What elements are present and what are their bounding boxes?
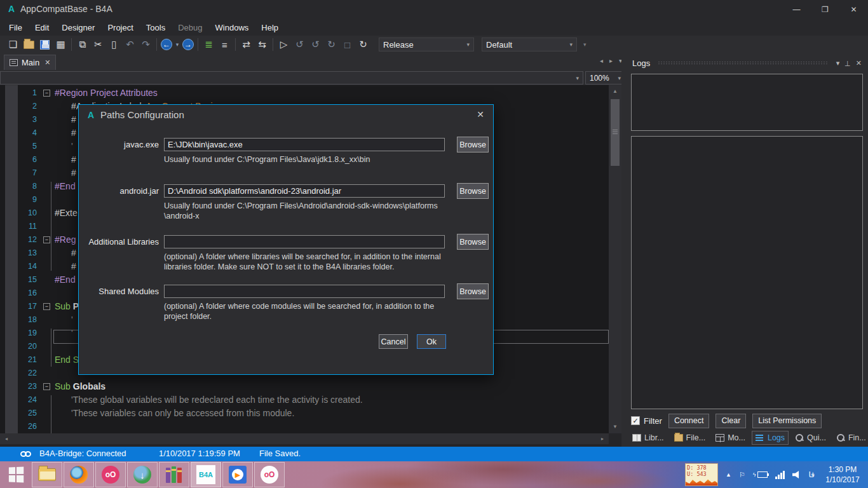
scroll-tabs-left-icon[interactable]: ◂ — [600, 57, 603, 64]
network-signal-icon[interactable] — [775, 471, 785, 479]
minimize-button-icon[interactable]: — — [782, 0, 811, 19]
stop-icon[interactable]: □ — [339, 37, 355, 52]
tab-modules[interactable]: Mo... — [712, 431, 749, 445]
build-configuration-select[interactable]: Release ▾ — [379, 37, 474, 51]
taskbar-b4a-app[interactable]: B4A — [191, 462, 221, 487]
fold-collapse-icon[interactable]: − — [43, 383, 50, 390]
save-all-icon[interactable]: ▦ — [53, 37, 69, 52]
menu-project[interactable]: Project — [101, 20, 139, 35]
new-file-icon[interactable]: ❏ — [5, 37, 21, 52]
browse-button[interactable]: Browse — [457, 283, 489, 299]
menu-designer[interactable]: Designer — [55, 20, 101, 35]
zoom-select[interactable]: 100% ▾ — [585, 71, 625, 85]
tab-files[interactable]: File... — [670, 431, 710, 445]
compile-icon[interactable]: ↻ — [355, 37, 371, 52]
scroll-left-icon[interactable]: ◂ — [1, 433, 11, 444]
browse-button[interactable]: Browse — [457, 137, 489, 152]
volume-icon[interactable] — [792, 471, 801, 478]
code-text: #End — [55, 273, 76, 287]
navigate-forward-icon[interactable]: → — [181, 37, 195, 52]
dialog-close-icon[interactable]: ✕ — [477, 109, 484, 119]
list-permissions-button[interactable]: List Permissions — [752, 414, 822, 428]
fold-slot — [43, 113, 55, 126]
panel-splitter[interactable] — [621, 53, 626, 447]
paste-icon[interactable]: ▯ — [106, 37, 122, 52]
menu-windows[interactable]: Windows — [209, 20, 255, 35]
ok-button[interactable]: Ok — [417, 334, 446, 349]
taskbar-flickr[interactable]: oO — [95, 462, 126, 487]
start-button[interactable] — [0, 461, 32, 488]
back-caret-icon[interactable]: ▾ — [173, 37, 181, 52]
cancel-button[interactable]: Cancel — [379, 334, 408, 349]
fold-collapse-icon[interactable]: − — [43, 236, 50, 243]
tab-close-icon[interactable]: ✕ — [44, 58, 50, 67]
tray-time: 1:30 PM — [822, 464, 863, 475]
fold-collapse-icon[interactable]: − — [43, 90, 50, 97]
tab-main[interactable]: Main ✕ — [4, 55, 56, 70]
maximize-button-icon[interactable]: ❐ — [811, 0, 839, 19]
power-icon[interactable]: ϟ — [753, 471, 768, 478]
undo-icon[interactable]: ↶ — [122, 37, 138, 52]
menu-tools[interactable]: Tools — [140, 20, 172, 35]
browse-button[interactable]: Browse — [457, 234, 489, 250]
field-input-3[interactable] — [164, 285, 445, 298]
field-input-2[interactable] — [164, 235, 445, 248]
tab-quick-search[interactable]: Qui... — [791, 431, 830, 445]
taskbar-idm[interactable]: ↓ — [127, 462, 158, 487]
save-icon[interactable] — [37, 37, 53, 52]
copy-icon[interactable]: ⧉ — [74, 37, 90, 52]
pin-icon[interactable]: ⊤ — [844, 59, 851, 67]
show-hidden-icons[interactable]: ▲ — [726, 471, 731, 478]
action-center-flag-icon[interactable]: ⚐ — [739, 471, 745, 479]
taskbar-file-explorer[interactable] — [32, 462, 62, 487]
toolbar-overflow-icon[interactable]: ▾ — [583, 41, 587, 48]
language-indicator[interactable]: فا — [809, 470, 815, 479]
scroll-tabs-right-icon[interactable]: ▸ — [609, 57, 613, 64]
tab-logs[interactable]: Logs — [752, 431, 789, 445]
taskbar-firefox[interactable] — [64, 462, 94, 487]
connect-bridge-icon[interactable]: ↺ — [308, 37, 323, 52]
connect-button[interactable]: Connect — [668, 414, 710, 428]
network-meter-widget[interactable]: D: 378 U: 543 — [685, 463, 718, 486]
horizontal-scrollbar[interactable]: ◂ ▸ — [0, 433, 609, 444]
navigate-back-icon[interactable]: ← — [159, 37, 173, 52]
menu-edit[interactable]: Edit — [29, 20, 55, 35]
open-file-icon[interactable] — [21, 37, 37, 52]
taskbar-winrar[interactable] — [159, 462, 189, 487]
scrollbar-thumb[interactable] — [611, 99, 620, 166]
taskbar-media-player[interactable]: ▶ — [222, 462, 253, 487]
filter-configuration-select[interactable]: Default ▾ — [482, 37, 577, 51]
redo-icon[interactable]: ↷ — [138, 37, 154, 52]
indent-icon[interactable]: ≣ — [201, 37, 217, 52]
cut-icon[interactable]: ✂ — [90, 37, 106, 52]
filter-checkbox[interactable]: ✓ — [631, 416, 640, 425]
clear-button[interactable]: Clear — [715, 414, 746, 428]
scroll-right-icon[interactable]: ▸ — [597, 433, 607, 444]
play-icon: ▶ — [232, 469, 243, 480]
panel-position-icon[interactable]: ▾ — [836, 59, 840, 67]
tab-libraries[interactable]: Libr... — [628, 431, 668, 445]
comment-icon[interactable]: ≡ — [217, 37, 233, 52]
menu-file[interactable]: File — [3, 20, 29, 35]
tab-find-all[interactable]: Fin... — [832, 431, 868, 445]
scroll-up-icon[interactable]: ▲ — [609, 86, 621, 97]
scroll-down-icon[interactable]: ▼ — [609, 422, 621, 432]
panel-close-icon[interactable]: ✕ — [856, 59, 862, 67]
clock[interactable]: 1:30 PM 1/10/2017 — [822, 464, 863, 485]
module-select[interactable]: ▾ — [0, 71, 583, 85]
connect-emulator-icon[interactable]: ↻ — [323, 37, 339, 52]
connect-device-icon[interactable]: ↺ — [292, 37, 308, 52]
vertical-scrollbar[interactable]: ▲ ▼ — [609, 85, 621, 433]
menu-help[interactable]: Help — [255, 20, 285, 35]
run-icon[interactable]: ▷ — [276, 37, 292, 52]
logs-panel-header[interactable]: Logs ▾ ⊤ ✕ — [626, 56, 868, 70]
next-sub-icon[interactable]: ⇆ — [254, 37, 270, 52]
close-button-icon[interactable]: ✕ — [839, 0, 868, 19]
menu-debug[interactable]: Debug — [172, 20, 208, 35]
field-input-1[interactable] — [164, 184, 445, 198]
previous-sub-icon[interactable]: ⇄ — [238, 37, 254, 52]
taskbar-flickr-alt[interactable]: oO — [254, 462, 285, 487]
browse-button[interactable]: Browse — [457, 183, 489, 199]
field-input-0[interactable] — [164, 138, 445, 151]
fold-collapse-icon[interactable]: − — [43, 303, 50, 310]
